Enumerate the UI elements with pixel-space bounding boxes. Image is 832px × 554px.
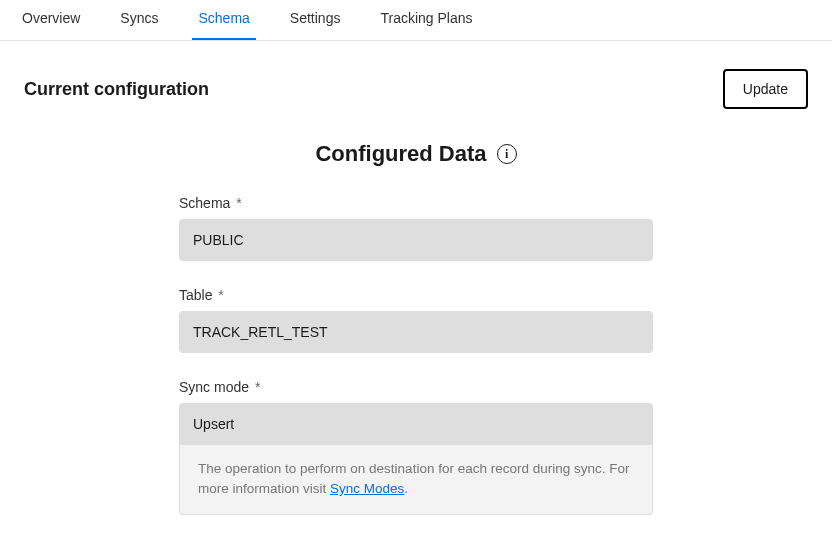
tab-tracking-plans[interactable]: Tracking Plans (374, 0, 478, 40)
page-title: Current configuration (24, 79, 209, 100)
field-group-sync-mode: Sync mode * Upsert The operation to perf… (179, 379, 653, 515)
helper-text-pre: The operation to perform on destination … (198, 461, 629, 496)
section-title: Configured Data (315, 141, 486, 167)
table-label-text: Table (179, 287, 212, 303)
table-label: Table * (179, 287, 653, 303)
schema-value: PUBLIC (193, 232, 244, 248)
schema-input[interactable]: PUBLIC (179, 219, 653, 261)
required-mark: * (236, 195, 241, 211)
table-input[interactable]: TRACK_RETL_TEST (179, 311, 653, 353)
tab-bar: Overview Syncs Schema Settings Tracking … (0, 0, 832, 41)
sync-mode-label: Sync mode * (179, 379, 653, 395)
sync-mode-input[interactable]: Upsert (179, 403, 653, 445)
field-group-table: Table * TRACK_RETL_TEST (179, 287, 653, 353)
tab-syncs[interactable]: Syncs (114, 0, 164, 40)
helper-text-post: . (404, 481, 408, 496)
required-mark: * (218, 287, 223, 303)
schema-label: Schema * (179, 195, 653, 211)
sync-mode-label-text: Sync mode (179, 379, 249, 395)
form-area: Schema * PUBLIC Table * TRACK_RETL_TEST … (179, 195, 653, 515)
section-header: Configured Data i (0, 141, 832, 167)
sync-modes-link[interactable]: Sync Modes (330, 481, 404, 496)
table-value: TRACK_RETL_TEST (193, 324, 328, 340)
required-mark: * (255, 379, 260, 395)
sync-mode-value: Upsert (193, 416, 234, 432)
schema-label-text: Schema (179, 195, 230, 211)
info-icon[interactable]: i (497, 144, 517, 164)
tab-settings[interactable]: Settings (284, 0, 347, 40)
tab-schema[interactable]: Schema (192, 0, 255, 40)
page-header: Current configuration Update (0, 41, 832, 117)
update-button[interactable]: Update (723, 69, 808, 109)
field-group-schema: Schema * PUBLIC (179, 195, 653, 261)
tab-overview[interactable]: Overview (16, 0, 86, 40)
sync-mode-helper: The operation to perform on destination … (179, 445, 653, 515)
